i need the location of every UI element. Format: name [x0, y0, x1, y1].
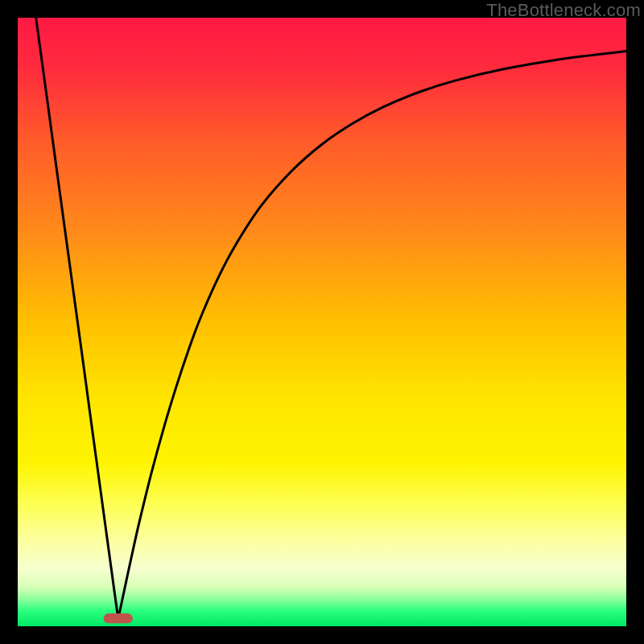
chart-plot-area [18, 18, 626, 626]
watermark-text: TheBottleneck.com [486, 0, 641, 21]
chart-svg [18, 18, 626, 626]
vertex-marker [104, 613, 133, 623]
chart-frame: TheBottleneck.com [0, 0, 644, 644]
gradient-background [18, 18, 626, 626]
